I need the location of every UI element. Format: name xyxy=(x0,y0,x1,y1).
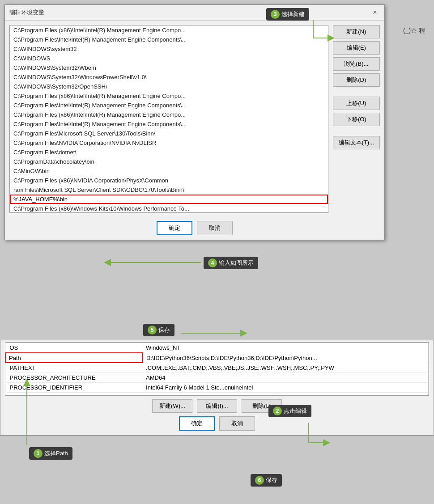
env-value-cell: Windows_NT xyxy=(142,343,428,353)
cancel-button[interactable]: 取消 xyxy=(197,221,233,235)
path-list-item[interactable]: C:\WINDOWS\System32\WindowsPowerShell\v1… xyxy=(10,72,328,82)
env-table: OSWindows_NTPathD:\IDE\Python36\Scripts;… xyxy=(5,343,429,396)
bottom-edit-button[interactable]: 编辑(I)... xyxy=(197,399,237,413)
action-buttons: 新建(N) 编辑(E) 浏览(B)... 删除(D) 上移(U) 下移(O) 编… xyxy=(333,25,380,213)
step2-circle: 2 xyxy=(273,407,282,415)
bottom-footer: 新建(W)... 编辑(I)... 删除(L) xyxy=(0,396,434,416)
table-row[interactable]: PATHEXT.COM;.EXE;.BAT;.CMD;.VBS;.VBE;JS;… xyxy=(6,363,429,373)
dialog-titlebar: 编辑环境变量 × xyxy=(5,5,384,21)
path-list-item[interactable]: C:\Program Files (x86)\NVIDIA Corporatio… xyxy=(10,176,328,185)
bottom-cancel-button[interactable]: 取消 xyxy=(219,416,255,431)
arrow5 xyxy=(179,326,251,340)
arrow4 xyxy=(103,256,206,269)
path-list-item[interactable]: C:\Program Files\dotnet\ xyxy=(10,148,328,157)
path-list-item[interactable]: C:\WINDOWS\System32\OpenSSH\ xyxy=(10,82,328,91)
bottom-ok-button[interactable]: 确定 xyxy=(179,416,215,431)
env-name-cell: OS xyxy=(6,343,142,353)
env-value-cell: Intel64 Family 6 Model 1 Ste...enuineInt… xyxy=(142,383,428,393)
edit-button[interactable]: 编辑(E) xyxy=(333,41,380,55)
move-up-button[interactable]: 上移(U) xyxy=(333,97,380,110)
ok-button[interactable]: 确定 xyxy=(157,221,192,235)
step5-circle: 5 xyxy=(148,326,157,335)
bottom-new-button[interactable]: 新建(W)... xyxy=(152,399,192,413)
path-edit-input[interactable] xyxy=(13,196,324,203)
step3-circle: 3 xyxy=(271,10,280,19)
env-name-cell: PROCESSOR_LEVEL xyxy=(6,393,142,396)
path-list-item[interactable]: C:\Program Files\NVIDIA Corporation\NVID… xyxy=(10,138,328,148)
path-list-item[interactable]: ram Files\Microsoft SQL Server\Client SD… xyxy=(10,185,328,195)
env-name-cell: PATHEXT xyxy=(6,363,142,373)
path-list-item[interactable]: C:\WINDOWS\system32 xyxy=(10,44,328,54)
env-name-cell: PROCESSOR_IDENTIFIER xyxy=(6,383,142,393)
path-list-item[interactable]: C:\WINDOWS xyxy=(10,54,328,63)
delete-button[interactable]: 删除(D) xyxy=(333,73,380,87)
new-button[interactable]: 新建(N) xyxy=(333,25,380,38)
path-list-item[interactable]: C:\Program Files\Intel\Intel(R) Manageme… xyxy=(10,35,328,44)
path-list-item[interactable]: C:\ProgramData\chocolatey\bin xyxy=(10,157,328,166)
edit-env-dialog: 编辑环境变量 × C:\Program Files (x86)\Intel\In… xyxy=(4,4,385,240)
path-list[interactable]: C:\Program Files (x86)\Intel\Intel(R) Ma… xyxy=(9,25,328,213)
system-env-table-scroll[interactable]: OSWindows_NTPathD:\IDE\Python36\Scripts;… xyxy=(5,342,429,396)
table-row[interactable]: PathD:\IDE\Python36\Scripts;D:\IDE\Pytho… xyxy=(6,353,429,363)
dialog-footer: 确定 取消 xyxy=(5,217,384,240)
step6-circle: 6 xyxy=(255,476,264,485)
path-list-item[interactable]: C:\Program Files\Intel\Intel(R) Manageme… xyxy=(10,101,328,110)
table-row[interactable]: PROCESSOR_LEVEL6 xyxy=(6,393,429,396)
table-row[interactable]: PROCESSOR_ARCHITECTUREAMD64 xyxy=(6,373,429,383)
step1-circle: 1 xyxy=(34,449,43,458)
path-list-item[interactable]: C:\Program Files (x86)\Windows Kits\10\W… xyxy=(10,204,328,213)
env-name-cell: PROCESSOR_ARCHITECTURE xyxy=(6,373,142,383)
annotation-step1: 1选择Path xyxy=(29,447,72,460)
path-list-item[interactable]: C:\Program Files (x86)\Intel\Intel(R) Ma… xyxy=(10,25,328,35)
path-list-item[interactable] xyxy=(10,195,328,204)
path-list-item[interactable]: C:\Program Files (x86)\Intel\Intel(R) Ma… xyxy=(10,91,328,101)
path-list-item[interactable]: C:\Program Files\Microsoft SQL Server\13… xyxy=(10,129,328,138)
env-value-cell: 6 xyxy=(142,393,428,396)
env-value-cell: D:\IDE\Python36\Scripts;D:\IDE\Python36;… xyxy=(142,353,428,363)
annotation-step5: 5保存 xyxy=(143,324,174,336)
path-list-item[interactable]: C:\MinGW\bin xyxy=(10,166,328,176)
env-name-cell: Path xyxy=(6,353,142,363)
path-list-item[interactable]: C:\Program Files (x86)\Intel\Intel(R) Ma… xyxy=(10,110,328,119)
annotation-step4: 4输入如图所示 xyxy=(204,257,258,269)
browse-button[interactable]: 浏览(B)... xyxy=(333,57,380,71)
annotation-step2: 2点击编辑 xyxy=(268,405,311,417)
annotation-step6: 6保存 xyxy=(251,474,282,487)
edit-text-button[interactable]: 编辑文本(T)... xyxy=(333,136,380,149)
env-value-cell: AMD64 xyxy=(142,373,428,383)
background-text: (_)☆ 程 xyxy=(403,27,425,35)
dialog-title: 编辑环境变量 xyxy=(9,8,44,17)
path-list-item[interactable]: C:\Program Files\Intel\Intel(R) Manageme… xyxy=(10,119,328,129)
annotation-step3: 3选择新建 xyxy=(266,8,309,21)
close-button[interactable]: × xyxy=(370,8,380,17)
dialog-body: C:\Program Files (x86)\Intel\Intel(R) Ma… xyxy=(5,21,384,217)
step4-circle: 4 xyxy=(208,258,217,267)
env-value-cell: .COM;.EXE;.BAT;.CMD;.VBS;.VBE;JS;.JSE;.W… xyxy=(142,363,428,373)
path-list-item[interactable]: C:\WINDOWS\System32\Wbem xyxy=(10,63,328,72)
system-env-section: OSWindows_NTPathD:\IDE\Python36\Scripts;… xyxy=(0,340,434,436)
table-row[interactable]: PROCESSOR_IDENTIFIERIntel64 Family 6 Mod… xyxy=(6,383,429,393)
move-down-button[interactable]: 下移(O) xyxy=(333,113,380,126)
table-row[interactable]: OSWindows_NT xyxy=(6,343,429,353)
